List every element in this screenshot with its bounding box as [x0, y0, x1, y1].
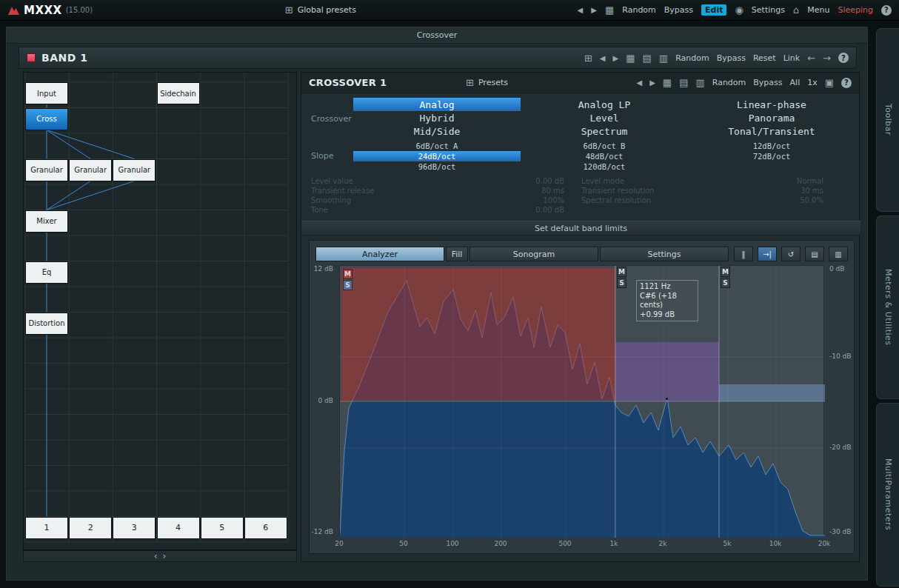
pipeline-node-distortion[interactable]: Distortion — [25, 313, 68, 335]
grid-icon: ⊞ — [285, 4, 293, 16]
param-label: Level mode — [581, 177, 624, 185]
slope-72db-oct[interactable]: 72dB/oct — [688, 151, 855, 161]
pipeline-scrollbar[interactable]: ‹ › — [23, 550, 297, 562]
crossover-type-linear-phase[interactable]: Linear-phase — [688, 98, 855, 111]
band-handle-s[interactable]: S — [617, 278, 626, 288]
redo-icon[interactable]: → — [823, 53, 831, 64]
param-value: 0.00 dB — [535, 206, 564, 214]
home-icon[interactable]: ⌂ — [793, 4, 799, 16]
crossover-type-panorama[interactable]: Panorama — [688, 111, 855, 124]
scroll-right-icon[interactable]: › — [163, 551, 167, 561]
scroll-left-icon[interactable]: ‹ — [154, 551, 158, 561]
settings-button[interactable]: Settings — [752, 5, 785, 15]
crossover-type-hybrid[interactable]: Hybrid — [353, 111, 521, 124]
side-tab-multiparameters[interactable]: MultiParameters — [876, 403, 899, 587]
pause-button[interactable]: ‖ — [734, 247, 753, 261]
pipeline-node-mixer[interactable]: Mixer — [25, 210, 68, 233]
param-smoothing[interactable]: Smoothing100% — [311, 196, 564, 205]
crossover-type-level[interactable]: Level — [521, 111, 688, 124]
info-circle-icon[interactable]: ◉ — [735, 4, 743, 16]
pipeline-slot-4[interactable]: 4 — [157, 517, 200, 539]
pipeline-node-input[interactable]: Input — [25, 82, 68, 104]
analyzer-tab-analyzer[interactable]: Analyzer — [315, 247, 444, 261]
freq-tick-label: 10k — [769, 540, 782, 547]
side-tab-toolbar[interactable]: Toolbar — [876, 28, 899, 212]
pipeline-node-sidechain[interactable]: Sidechain — [157, 82, 200, 104]
slope-6db-oct-b[interactable]: 6dB/oct B — [521, 141, 688, 151]
analyzer-graph[interactable]: 1121 Hz C#6 (+18 cents) +0.99 dB MSMSMS — [339, 265, 824, 537]
pipeline-slot-3[interactable]: 3 — [113, 517, 156, 539]
band-bypass-button[interactable]: Bypass — [717, 53, 746, 63]
pipeline-slot-6[interactable]: 6 — [244, 517, 287, 539]
paste-analysis-button[interactable]: ▥ — [829, 247, 848, 261]
band-handle-m[interactable]: M — [721, 267, 730, 277]
pipeline-node-cross[interactable]: Cross — [25, 108, 68, 130]
menu-button[interactable]: Menu — [807, 5, 829, 15]
slope-48db-oct[interactable]: 48dB/oct — [521, 151, 688, 161]
copy-icon[interactable]: ▤ — [643, 53, 652, 64]
band-reset-button[interactable]: Reset — [753, 53, 776, 63]
scroll-follow-button[interactable]: →| — [758, 247, 777, 261]
pipeline-node-granular2[interactable]: Granular — [69, 159, 112, 181]
pipeline-node-eq[interactable]: Eq — [25, 261, 68, 284]
crossover-type-mid-side[interactable]: Mid/Side — [353, 124, 521, 138]
param-level-value[interactable]: Level value0.00 dB — [311, 176, 564, 186]
param-label: Transient resolution — [581, 187, 654, 195]
pipeline-nodes: InputSidechainCrossGranularGranularGranu… — [24, 73, 296, 549]
band-random-button[interactable]: Random — [675, 53, 709, 63]
band-handle-s[interactable]: S — [721, 278, 730, 288]
db-label: 12 dB — [314, 265, 333, 273]
db-scale-left: 12 dB0 dB-12 dB — [310, 265, 336, 537]
next-button[interactable]: ▶ — [613, 54, 619, 62]
analyzer-tab-sonogram[interactable]: Sonogram — [469, 247, 598, 261]
freq-tick-label: 2k — [659, 540, 667, 547]
melda-logo-icon — [7, 5, 20, 16]
paste-icon[interactable]: ▥ — [659, 53, 668, 64]
sleeping-status[interactable]: Sleeping — [838, 5, 873, 15]
pipeline-node-granular3[interactable]: Granular — [113, 159, 156, 181]
screen-icon[interactable]: ▦ — [605, 4, 614, 16]
param-tone[interactable]: Tone0.00 dB — [311, 205, 564, 215]
side-tab-meters-utilities[interactable]: Meters & Utilities — [876, 216, 899, 399]
band-link-button[interactable]: Link — [783, 53, 801, 63]
band-handle-m[interactable]: M — [343, 269, 352, 279]
analyzer-tab-fill[interactable]: Fill — [446, 247, 468, 261]
grid-icon[interactable]: ⊞ — [584, 53, 592, 64]
crossover-type-tonal-transient[interactable]: Tonal/Transient — [688, 124, 855, 138]
param-transient-release[interactable]: Transient release80 ms — [311, 186, 564, 196]
prev-button[interactable]: ◀ — [600, 54, 606, 62]
screen-icon[interactable]: ▦ — [626, 53, 635, 64]
global-presets-button[interactable]: ⊞ Global presets — [285, 4, 356, 16]
edit-button[interactable]: Edit — [701, 4, 726, 16]
next-preset-button[interactable]: ▶ — [591, 6, 597, 14]
param-spectral-resolution[interactable]: Spectral resolution50.0% — [581, 196, 823, 205]
band-handle-m[interactable]: M — [617, 267, 626, 277]
band-handle-s[interactable]: S — [343, 280, 352, 290]
help-icon[interactable]: ? — [881, 5, 892, 16]
crossover-type-analog[interactable]: Analog — [353, 98, 521, 111]
slope-120db-oct[interactable]: 120dB/oct — [521, 161, 688, 172]
reset-analysis-button[interactable]: ↺ — [781, 247, 801, 261]
undo-icon[interactable]: ← — [807, 53, 815, 64]
slope-96db-oct[interactable]: 96dB/oct — [353, 161, 521, 172]
param-label: Smoothing — [311, 196, 351, 204]
bypass-button[interactable]: Bypass — [664, 5, 693, 15]
prev-preset-button[interactable]: ◀ — [578, 6, 584, 14]
slope-24db-oct[interactable]: 24dB/oct — [353, 151, 521, 161]
help-icon[interactable]: ? — [838, 53, 849, 63]
param-level-mode[interactable]: Level modeNormal — [581, 176, 823, 186]
set-default-band-limits-button[interactable]: Set default band limits — [301, 221, 860, 235]
pipeline-node-granular1[interactable]: Granular — [25, 159, 68, 181]
pipeline-slot-1[interactable]: 1 — [25, 517, 68, 539]
slope-12db-oct[interactable]: 12dB/oct — [688, 141, 855, 151]
band-color-swatch[interactable] — [27, 53, 36, 62]
param-transient-resolution[interactable]: Transient resolution30 ms — [581, 186, 823, 196]
pipeline-slot-2[interactable]: 2 — [69, 517, 112, 539]
analyzer-tab-settings[interactable]: Settings — [600, 247, 729, 261]
random-button[interactable]: Random — [622, 5, 656, 15]
crossover-type-spectrum[interactable]: Spectrum — [521, 124, 688, 138]
slope-6db-oct-a[interactable]: 6dB/oct A — [353, 141, 521, 151]
crossover-type-analog-lp[interactable]: Analog LP — [521, 98, 688, 111]
copy-analysis-button[interactable]: ▤ — [805, 247, 824, 261]
pipeline-slot-5[interactable]: 5 — [201, 517, 244, 539]
